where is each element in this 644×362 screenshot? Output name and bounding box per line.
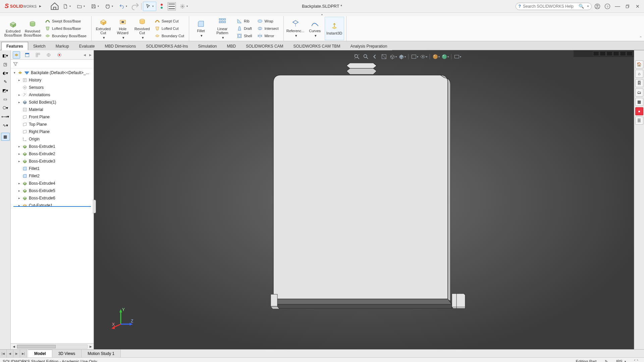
extruded-cut-button[interactable]: Extruded Cut▾ — [94, 17, 113, 40]
tree-row[interactable]: Right Plane — [11, 128, 94, 135]
lt-selected-tool-icon[interactable]: ▦ — [1, 133, 10, 141]
filter-icon[interactable] — [13, 61, 18, 67]
revolved-cut-button[interactable]: Revolved Cut▾ — [132, 17, 152, 40]
vp-btn-5[interactable] — [620, 51, 626, 56]
expand-arrow-icon[interactable]: ▸ — [17, 196, 21, 200]
cmd-tab-analysis-preparation[interactable]: Analysis Preparation — [345, 42, 392, 50]
cmd-tab-solidworks-cam[interactable]: SOLIDWORKS CAM — [241, 42, 288, 50]
cmd-tab-mbd[interactable]: MBD — [222, 42, 241, 50]
mirror-button[interactable]: Mirror — [255, 32, 280, 40]
cmd-tab-evaluate[interactable]: Evaluate — [74, 42, 100, 50]
tree-row[interactable]: ▸Boss-Extrude2 — [11, 150, 94, 158]
task-resources-icon[interactable]: ⌂ — [635, 70, 643, 78]
bt-next-icon[interactable]: ▶ — [13, 350, 20, 357]
minimize-button[interactable]: — — [613, 2, 622, 11]
scroll-thumb[interactable] — [17, 345, 56, 348]
tree-row[interactable]: ▸Boss-Extrude6 — [11, 194, 94, 202]
bottom-tab-motion-study-1[interactable]: Motion Study 1 — [82, 350, 121, 357]
curves-button[interactable]: Curves▾ — [305, 17, 325, 40]
tree-row[interactable]: Material — [11, 106, 94, 113]
lt-sketch-icon[interactable]: ✎ — [1, 78, 10, 86]
rib-button[interactable]: Rib — [235, 17, 254, 25]
open-button[interactable]: ▾ — [74, 2, 88, 11]
scroll-left-icon[interactable]: ◀ — [11, 344, 16, 349]
feature-tree-tab-icon[interactable] — [13, 51, 20, 59]
tree-root[interactable]: ▾ Backplate (Default<<Default>_... — [11, 69, 94, 76]
status-maximize-icon[interactable]: ⛶ — [634, 359, 638, 362]
display-manager-tab-icon[interactable] — [56, 51, 63, 59]
swept-cut-button[interactable]: Swept Cut — [153, 17, 186, 25]
bt-last-icon[interactable]: ▶| — [20, 350, 27, 357]
tree-row[interactable]: ▸Annotations — [11, 91, 94, 99]
scroll-track[interactable] — [17, 345, 88, 349]
lt-surface-icon[interactable]: ◩▾ — [1, 86, 10, 95]
tree-row[interactable]: ▸Boss-Extrude4 — [11, 180, 94, 187]
tree-row[interactable]: Top Plane — [11, 121, 94, 128]
instant3d-button[interactable]: Instant3D — [325, 17, 344, 40]
lofted-cut-button[interactable]: Lofted Cut — [153, 25, 186, 32]
task-view-palette-icon[interactable]: ▦ — [635, 98, 643, 106]
collapse-ribbon-icon[interactable]: ⌃ — [639, 36, 642, 40]
chevron-down-icon[interactable]: ▶ — [39, 5, 41, 8]
scroll-right-icon[interactable]: ▶ — [88, 344, 93, 349]
redo-button[interactable] — [130, 2, 140, 11]
cmd-tab-solidworks-cam-tbm[interactable]: SOLIDWORKS CAM TBM — [288, 42, 345, 50]
bottom-tab-model[interactable]: Model — [28, 350, 52, 357]
quick-access-pin[interactable]: ● — [0, 13, 644, 16]
settings-button[interactable]: ▾ — [177, 2, 191, 11]
tree-row[interactable]: ▸Boss-Extrude3 — [11, 158, 94, 165]
save-button[interactable]: ▾ — [88, 2, 102, 11]
expand-arrow-icon[interactable]: ▸ — [17, 78, 21, 82]
restore-button[interactable] — [623, 2, 632, 11]
cmd-tab-solidworks-add-ins[interactable]: SOLIDWORKS Add-Ins — [141, 42, 193, 50]
tree-row[interactable]: ▸Boss-Extrude5 — [11, 187, 94, 194]
hole-wizard-button[interactable]: Hole Wizard▾ — [113, 17, 132, 40]
lt-part-icon[interactable]: ◐▾ — [1, 69, 10, 77]
tree-row[interactable]: Front Plane — [11, 113, 94, 121]
expand-arrow-icon[interactable]: ▸ — [17, 182, 21, 185]
draft-button[interactable]: Draft — [235, 25, 254, 32]
reference-geometry-button[interactable]: Referenc...▾ — [286, 17, 305, 40]
graphics-viewport[interactable]: ▾ ▾ ▾ ▾ ▾ ▾ ▾ — [94, 50, 634, 349]
search-icon[interactable]: 🔍 — [579, 4, 584, 9]
lt-curve-icon[interactable]: ∿▾ — [1, 121, 10, 129]
bottom-tab-3d-views[interactable]: 3D Views — [52, 350, 82, 357]
coordinate-triad-icon[interactable]: Y X Z — [111, 306, 138, 333]
cmd-tab-simulation[interactable]: Simulation — [193, 42, 222, 50]
lt-sheetmetal-icon[interactable]: ▭ — [1, 95, 10, 103]
expand-arrow-icon[interactable]: ▸ — [17, 189, 21, 192]
dimxpert-tab-icon[interactable] — [45, 51, 52, 59]
task-explorer-icon[interactable]: 🗂 — [635, 88, 643, 97]
status-units[interactable]: IPS ▾ — [616, 359, 626, 362]
tree-row[interactable]: ▸History — [11, 76, 94, 84]
task-properties-icon[interactable]: ☰ — [635, 117, 643, 125]
close-button[interactable]: ✕ — [633, 2, 642, 11]
tree-row[interactable]: Fillet1 — [11, 165, 94, 172]
feature-tree[interactable]: ▾ Backplate (Default<<Default>_... ▸Hist… — [11, 68, 94, 206]
tree-row[interactable]: Origin — [11, 135, 94, 143]
home-button[interactable] — [50, 2, 59, 11]
lofted-boss-button[interactable]: Lofted Boss/Base — [43, 25, 89, 32]
expand-arrow-icon[interactable]: ▸ — [17, 145, 21, 148]
expand-arrow-icon[interactable]: ▸ — [17, 204, 21, 206]
lt-assembly-icon[interactable]: ◳ — [1, 60, 10, 68]
task-home-icon[interactable]: 🏠 — [635, 60, 643, 68]
intersect-button[interactable]: Intersect — [255, 25, 280, 32]
user-account-button[interactable] — [593, 2, 602, 11]
chevron-down-icon[interactable]: ▾ — [587, 5, 589, 8]
panel-splitter-handle[interactable] — [93, 200, 96, 213]
new-button[interactable]: ▾ — [60, 2, 73, 11]
bt-prev-icon[interactable]: ◀ — [7, 350, 13, 357]
undo-button[interactable]: ▾ — [116, 2, 130, 11]
lt-weldment-icon[interactable]: ⎔▾ — [1, 104, 10, 112]
task-library-icon[interactable]: 🗄 — [635, 79, 643, 87]
cmd-tab-sketch[interactable]: Sketch — [28, 42, 51, 50]
tree-row[interactable]: ▸Boss-Extrude1 — [11, 143, 94, 150]
cmd-tab-features[interactable]: Features — [1, 42, 28, 50]
lt-dim-icon[interactable]: ⟷▾ — [1, 113, 10, 121]
shell-button[interactable]: Shell — [235, 32, 254, 40]
expand-arrow-icon[interactable]: ▸ — [17, 160, 21, 163]
lt-cube-icon[interactable]: ◧▾ — [1, 52, 10, 60]
help-button[interactable]: ? — [603, 2, 612, 11]
configuration-manager-tab-icon[interactable] — [34, 51, 42, 59]
